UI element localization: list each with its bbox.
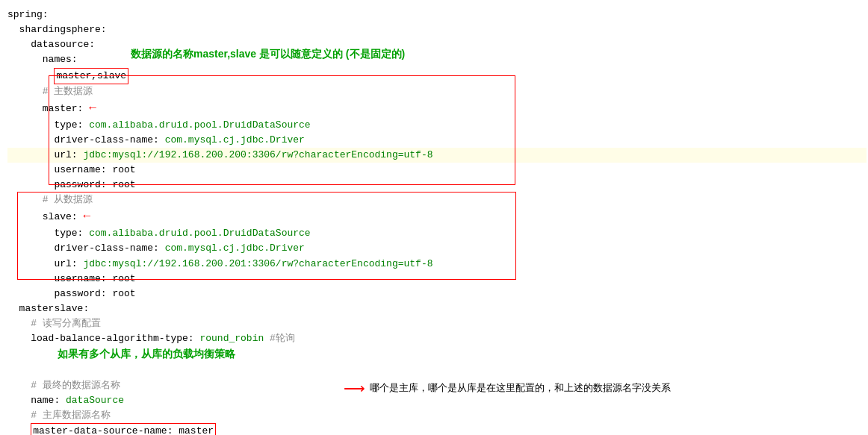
line-master-password: password: root: [7, 178, 867, 193]
line-master-data-source: master-data-source-name: master 主库对应的数据源…: [7, 423, 867, 435]
line-comment-master: # 主数据源: [7, 84, 867, 99]
line-load-balance: load-balance-algorithm-type: round_robin…: [7, 331, 867, 378]
slave-arrow: ←: [83, 210, 90, 223]
line-comment-master-source: # 主库数据源名称: [7, 408, 867, 423]
line-master-driver: driver-class-name: com.mysql.cj.jdbc.Dri…: [7, 133, 867, 148]
page-content: spring: shardingsphere: datasource: name…: [7, 7, 867, 435]
names-value-box: master,slave: [54, 68, 128, 84]
line-slave-type: type: com.alibaba.druid.pool.DruidDataSo…: [7, 226, 867, 241]
line-slave-username: username: root: [7, 272, 867, 287]
line-masterslave: masterslave:: [7, 301, 867, 316]
line-master-url: url: jdbc:mysql://192.168.200.200:3306/r…: [7, 148, 867, 163]
code-block: spring: shardingsphere: datasource: name…: [7, 7, 867, 435]
line-master-type: type: com.alibaba.druid.pool.DruidDataSo…: [7, 118, 867, 133]
line-comment-slave: # 从数据源: [7, 193, 867, 207]
line-names: names:: [7, 52, 867, 67]
line-slave-url: url: jdbc:mysql://192.168.200.201:3306/r…: [7, 257, 867, 272]
line-comment-rw: # 读写分离配置: [7, 316, 867, 331]
line-slave-key: slave: ←: [7, 207, 867, 226]
line-spring: spring:: [7, 7, 867, 22]
annotation-lb: 如果有多个从库，从库的负载均衡策略: [58, 348, 235, 360]
line-comment-final-ds: # 最终的数据源名称: [7, 378, 867, 393]
line-shardingsphere: shardingsphere:: [7, 22, 867, 37]
line-slave-driver: driver-class-name: com.mysql.cj.jdbc.Dri…: [7, 241, 867, 256]
line-master-username: username: root: [7, 163, 867, 178]
line-master-slave-value: master,slave: [7, 68, 867, 84]
line-slave-password: password: root: [7, 287, 867, 301]
master-source-name-box: master-data-source-name: master: [31, 423, 216, 435]
line-datasource: datasource:: [7, 37, 867, 52]
line-name-datasource: name: dataSource: [7, 393, 867, 408]
line-master-key: master: ←: [7, 99, 867, 118]
master-arrow: ←: [89, 101, 96, 115]
